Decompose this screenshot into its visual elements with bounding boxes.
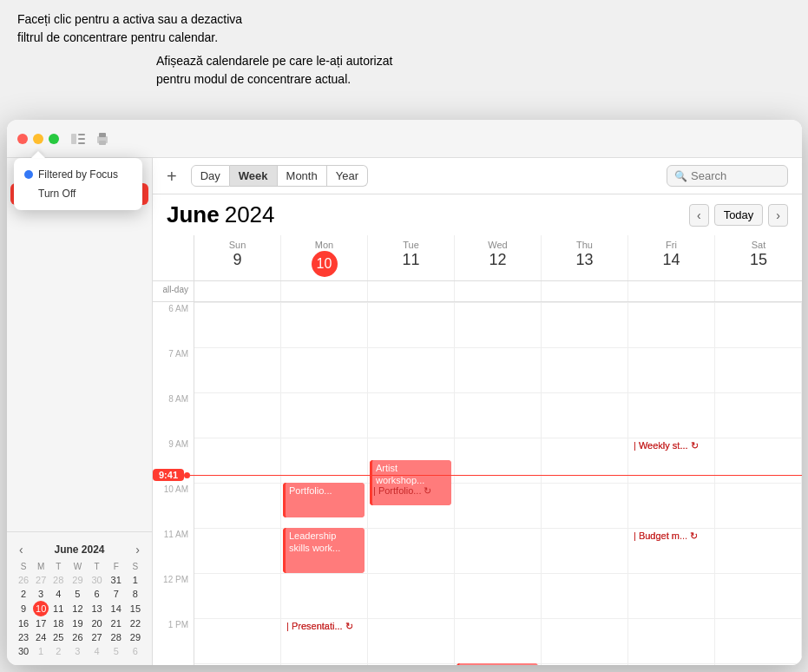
mini-cal-day[interactable]: 13 [87,601,106,616]
mini-cal-day[interactable]: 22 [126,616,145,630]
mini-cal-day[interactable]: 28 [49,573,68,587]
all-day-sat[interactable] [715,281,802,301]
calendar-event[interactable]: Team presentati... ↻ [457,663,538,665]
time-cell[interactable] [281,347,368,392]
mini-cal-day[interactable]: 2 [49,644,68,658]
mini-cal-day[interactable]: 31 [107,573,126,587]
mini-cal-day[interactable]: 2 [14,587,33,601]
time-cell[interactable] [455,528,542,573]
mini-cal-day[interactable]: 30 [87,573,106,587]
calendar-event[interactable]: | Budget m... ↻ [630,528,712,550]
time-cell[interactable] [194,438,281,483]
mini-cal-day[interactable]: 1 [33,644,49,658]
time-cell[interactable] [194,618,281,663]
mini-cal-day[interactable]: 4 [49,587,68,601]
time-cell[interactable] [194,302,281,347]
mini-cal-day[interactable]: 1 [126,573,145,587]
time-cell[interactable] [194,573,281,618]
time-cell[interactable] [194,483,281,528]
time-cell[interactable] [715,483,802,528]
time-cell[interactable] [281,573,368,618]
time-cell[interactable] [628,392,715,438]
time-cell[interactable] [628,347,715,392]
time-cell[interactable] [368,573,455,618]
focus-turnoff-item[interactable]: Turn Off [14,184,142,203]
view-week-button[interactable]: Week [230,165,278,187]
view-day-button[interactable]: Day [191,165,230,187]
search-bar[interactable]: 🔍 [667,165,788,187]
next-week-button[interactable]: › [768,204,788,227]
time-cell[interactable] [194,347,281,392]
time-cell[interactable] [542,347,628,392]
all-day-tue[interactable] [368,281,455,301]
time-cell[interactable] [542,438,628,483]
time-cell[interactable] [628,573,715,618]
time-cell[interactable] [628,618,715,663]
time-cell[interactable] [715,347,802,392]
mini-cal-day[interactable]: 11 [49,601,68,616]
mini-cal-day[interactable]: 27 [87,630,106,644]
time-cell[interactable] [715,573,802,618]
mini-cal-day[interactable]: 26 [14,573,33,587]
all-day-sun[interactable] [194,281,281,301]
time-cell[interactable] [542,483,628,528]
minimize-button[interactable] [33,134,43,144]
mini-cal-next[interactable]: › [132,543,143,557]
mini-cal-prev[interactable]: ‹ [16,543,27,557]
time-cell[interactable] [715,618,802,663]
focus-filtered-item[interactable]: Filtered by Focus [14,165,142,184]
mini-cal-day[interactable]: 3 [33,587,49,601]
time-cell[interactable] [368,392,455,438]
time-cell[interactable] [542,573,628,618]
mini-cal-day[interactable]: 29 [126,630,145,644]
time-cell[interactable] [455,618,542,663]
mini-cal-day[interactable]: 4 [87,644,106,658]
time-cell[interactable] [455,438,542,483]
mini-cal-day[interactable]: 27 [33,573,49,587]
time-cell[interactable] [455,483,542,528]
mini-cal-day[interactable]: 30 [14,644,33,658]
mini-cal-day[interactable]: 16 [14,616,33,630]
time-cell[interactable] [281,392,368,438]
time-cell[interactable] [194,392,281,438]
time-cell[interactable] [455,347,542,392]
mini-cal-day[interactable]: 24 [33,630,49,644]
mini-cal-day[interactable]: 25 [49,630,68,644]
mini-cal-day[interactable]: 15 [126,601,145,616]
print-icon[interactable] [94,130,111,148]
time-cell[interactable] [628,663,715,665]
time-cell[interactable] [542,663,628,665]
time-cell[interactable] [281,302,368,347]
mini-cal-day[interactable]: 10 [33,601,49,616]
today-button[interactable]: Today [714,204,764,226]
mini-cal-day[interactable]: 19 [68,616,87,630]
view-month-button[interactable]: Month [278,165,327,187]
time-cell[interactable] [715,528,802,573]
time-cell[interactable] [194,663,281,665]
mini-cal-day[interactable]: 8 [126,587,145,601]
time-cell[interactable] [628,302,715,347]
mini-cal-day[interactable]: 5 [107,644,126,658]
mini-cal-day[interactable]: 26 [68,630,87,644]
time-cell[interactable] [542,302,628,347]
mini-cal-day[interactable]: 9 [14,601,33,616]
sidebar-toggle-icon[interactable] [69,130,87,148]
mini-cal-day[interactable]: 17 [33,616,49,630]
search-input[interactable] [691,169,778,182]
time-cell[interactable] [542,392,628,438]
calendar-event[interactable]: | Presentati... ↻ [283,618,365,641]
time-cell[interactable] [455,392,542,438]
mini-cal-day[interactable]: 29 [68,573,87,587]
mini-cal-day[interactable]: 20 [87,616,106,630]
time-cell[interactable] [628,483,715,528]
time-cell[interactable] [368,528,455,573]
calendar-event[interactable]: | Portfolio... ↻ [370,483,451,517]
all-day-thu[interactable] [542,281,628,301]
time-cell[interactable] [368,347,455,392]
time-cell[interactable] [281,438,368,483]
time-cell[interactable] [368,302,455,347]
calendar-event[interactable]: | Weekly st... ↻ [630,438,712,460]
mini-cal-day[interactable]: 14 [107,601,126,616]
time-cell[interactable] [194,528,281,573]
close-button[interactable] [17,134,28,144]
